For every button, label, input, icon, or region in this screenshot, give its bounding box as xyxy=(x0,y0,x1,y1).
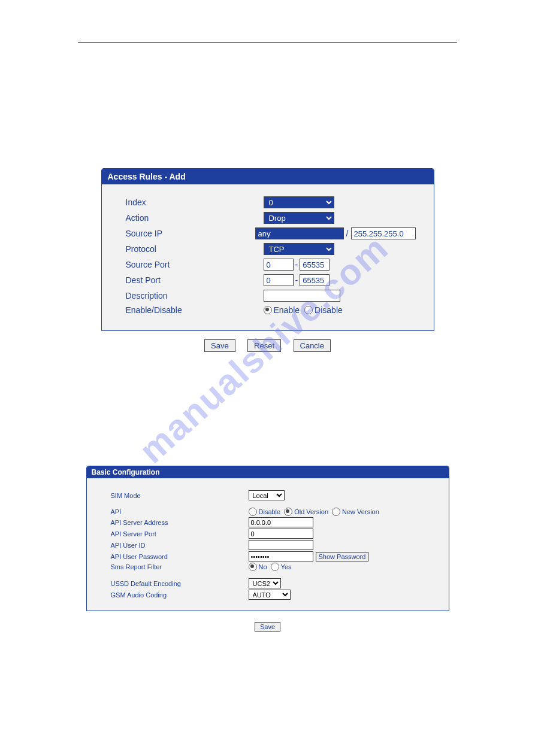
protocol-select[interactable]: TCP xyxy=(264,243,334,255)
api-label: API xyxy=(111,508,249,515)
enable-radio[interactable] xyxy=(264,306,272,314)
show-password-button[interactable]: Show Password xyxy=(316,552,369,561)
sim-mode-label: SIM Mode xyxy=(111,492,249,499)
ussd-encoding-select[interactable]: UCS2 xyxy=(249,578,281,588)
access-rules-panel: Access Rules - Add Index 0 Action Drop S… xyxy=(101,168,434,331)
source-port-to-input[interactable] xyxy=(300,259,330,271)
disable-radio[interactable] xyxy=(304,306,313,314)
dest-port-separator: - xyxy=(295,275,298,285)
source-ip-input[interactable] xyxy=(255,227,344,239)
api-server-port-label: API Server Port xyxy=(111,530,249,538)
api-user-id-input[interactable] xyxy=(249,540,313,550)
sms-filter-yes-radio[interactable] xyxy=(271,563,279,571)
basic-save-button[interactable]: Save xyxy=(255,622,280,631)
dest-port-from-input[interactable] xyxy=(264,274,294,286)
sms-filter-no-label: No xyxy=(259,563,267,570)
source-port-separator: - xyxy=(295,260,298,269)
dest-port-to-input[interactable] xyxy=(300,274,330,286)
api-new-version-radio[interactable] xyxy=(332,508,340,516)
gsm-audio-coding-select[interactable]: AUTO xyxy=(249,590,291,600)
reset-button[interactable]: Reset xyxy=(247,339,281,352)
basic-configuration-panel: Basic Configuration SIM Mode Local API D… xyxy=(86,466,449,611)
cancel-button[interactable]: Cancle xyxy=(294,339,331,352)
source-ip-label: Source IP xyxy=(126,229,255,238)
index-select[interactable]: 0 xyxy=(264,196,334,208)
api-server-address-input[interactable] xyxy=(249,517,313,527)
index-label: Index xyxy=(126,198,264,207)
protocol-label: Protocol xyxy=(126,244,264,254)
api-old-version-label: Old Version xyxy=(294,508,328,515)
source-port-from-input[interactable] xyxy=(264,259,294,271)
horizontal-rule xyxy=(78,42,457,42)
disable-radio-label: Disable xyxy=(315,305,343,315)
sms-filter-yes-label: Yes xyxy=(281,563,292,570)
action-select[interactable]: Drop xyxy=(264,212,334,224)
api-disable-radio[interactable] xyxy=(249,508,257,516)
api-server-port-input[interactable] xyxy=(249,529,313,539)
api-old-version-radio[interactable] xyxy=(284,508,292,516)
source-ip-mask-input[interactable] xyxy=(351,227,416,239)
api-disable-label: Disable xyxy=(259,508,281,515)
source-port-label: Source Port xyxy=(126,260,264,269)
api-user-password-label: API User Password xyxy=(111,553,249,560)
enable-disable-label: Enable/Disable xyxy=(126,305,264,315)
basic-configuration-header: Basic Configuration xyxy=(87,466,449,478)
api-server-address-label: API Server Address xyxy=(111,519,249,526)
save-button[interactable]: Save xyxy=(204,339,235,352)
sms-report-filter-label: Sms Report Filter xyxy=(111,563,249,570)
api-user-password-input[interactable] xyxy=(249,551,313,561)
description-label: Description xyxy=(126,291,264,300)
source-ip-separator: / xyxy=(346,229,349,238)
sms-filter-no-radio[interactable] xyxy=(249,563,257,571)
description-input[interactable] xyxy=(264,290,340,302)
sim-mode-select[interactable]: Local xyxy=(249,490,285,500)
api-new-version-label: New Version xyxy=(342,508,379,515)
access-rules-header: Access Rules - Add xyxy=(102,169,434,184)
enable-radio-label: Enable xyxy=(274,305,300,315)
ussd-encoding-label: USSD Default Encoding xyxy=(111,580,249,587)
api-user-id-label: API User ID xyxy=(111,542,249,549)
dest-port-label: Dest Port xyxy=(126,275,264,285)
gsm-audio-coding-label: GSM Audio Coding xyxy=(111,591,249,599)
action-label: Action xyxy=(126,213,264,223)
